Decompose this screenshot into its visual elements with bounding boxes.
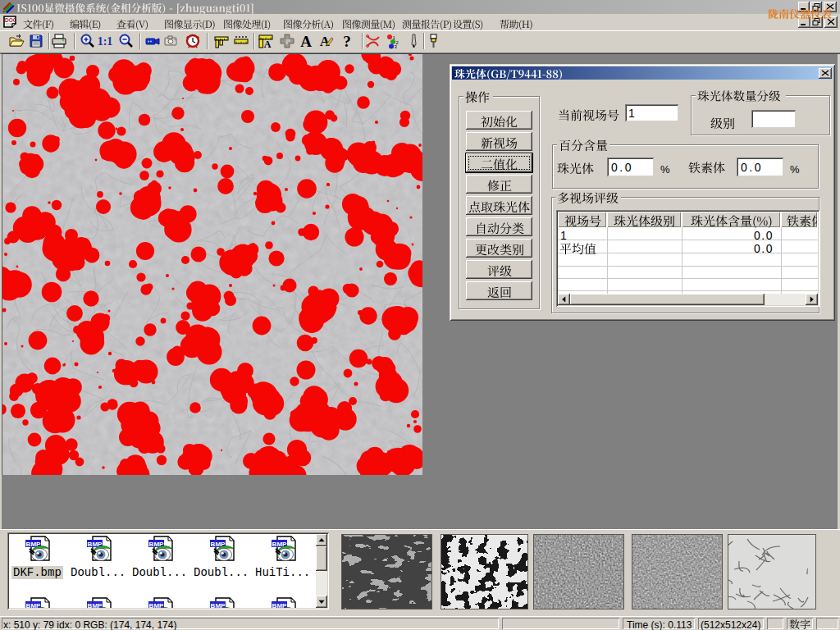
svg-text:A: A (300, 33, 312, 49)
svg-text:BMP: BMP (149, 602, 164, 609)
svg-text:BMP: BMP (211, 602, 226, 609)
svg-text:DOC: DOC (5, 17, 16, 23)
svg-text:BMP: BMP (88, 602, 103, 609)
svg-text:BMP: BMP (26, 602, 41, 609)
svg-text:A: A (264, 39, 272, 49)
svg-text:?: ? (343, 33, 351, 49)
svg-text:BMP: BMP (272, 602, 287, 609)
svg-text:1:1: 1:1 (98, 35, 113, 48)
